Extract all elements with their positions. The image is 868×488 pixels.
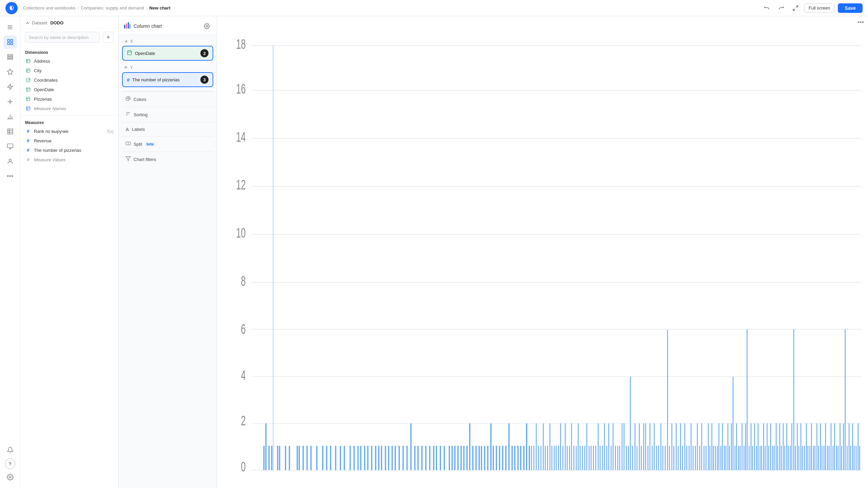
- sidebar-item-city[interactable]: City: [20, 66, 118, 75]
- bar-46: [440, 446, 441, 470]
- breadcrumb-item-1[interactable]: Collections and workbooks: [23, 5, 76, 11]
- y-field-pill[interactable]: # The number of pizzerias 3: [122, 72, 213, 87]
- dataset-toggle[interactable]: Dataset: DODO: [25, 20, 63, 25]
- bar-174: [744, 446, 744, 470]
- nav-person-icon[interactable]: [3, 155, 17, 168]
- bar-61: [487, 446, 488, 470]
- sidebar-item-revenue[interactable]: # Revenue: [20, 136, 118, 145]
- redo-button[interactable]: [776, 3, 787, 14]
- bar-123: [636, 446, 637, 470]
- breadcrumb: Collections and workbooks / Companies: s…: [23, 5, 170, 11]
- svg-rect-32: [26, 69, 30, 73]
- sidebar-item-coordinates[interactable]: Coordinates: [20, 75, 118, 85]
- sidebar-item-measure-names[interactable]: Measure Names: [20, 104, 118, 113]
- labels-section[interactable]: A Labels: [122, 122, 213, 136]
- bar-155: [708, 423, 709, 470]
- bar-127: [645, 423, 646, 470]
- nav-barchart-icon[interactable]: [3, 110, 17, 123]
- chart-filters-section[interactable]: Chart filters: [122, 151, 213, 167]
- nav-star-icon[interactable]: [3, 65, 17, 79]
- svg-rect-4: [7, 43, 9, 45]
- sorting-section[interactable]: Sorting: [122, 107, 213, 122]
- undo-button[interactable]: [762, 3, 772, 14]
- svg-rect-48: [130, 24, 130, 28]
- nav-monitor-icon[interactable]: [3, 140, 17, 153]
- chart-type-icon: [123, 22, 131, 31]
- bar-29: [378, 446, 379, 470]
- bar-tall-1: [630, 377, 631, 470]
- nav-connections-icon[interactable]: [3, 95, 17, 108]
- bar-214: [818, 446, 819, 470]
- bar-230: [849, 423, 849, 470]
- sidebar-item-measure-values[interactable]: # Measure Values: [20, 155, 118, 164]
- colors-label: Colors: [134, 97, 146, 102]
- nav-settings-icon[interactable]: [3, 470, 17, 484]
- measures-title: Measures: [20, 118, 118, 126]
- bar-166: [728, 423, 728, 470]
- bar-71: [517, 446, 518, 470]
- bar-95: [573, 446, 574, 470]
- nav-bell-icon[interactable]: [3, 443, 17, 457]
- bar-182: [760, 446, 761, 470]
- split-label: Split: [134, 142, 142, 147]
- sidebar-item-address[interactable]: Address: [20, 56, 118, 66]
- x-field-pill[interactable]: OpenDate 2: [122, 46, 213, 61]
- breadcrumb-item-2[interactable]: Companies: supply and demand: [81, 5, 144, 11]
- nav-layers-icon[interactable]: [3, 35, 17, 49]
- bar-190: [774, 446, 774, 470]
- nav-more-icon[interactable]: •••: [3, 169, 17, 183]
- nav-bolt-icon[interactable]: [3, 80, 17, 94]
- bar-232: [852, 423, 853, 470]
- bar-84: [550, 423, 550, 470]
- add-dimension-button[interactable]: +: [103, 32, 114, 43]
- bar-4: [271, 446, 272, 470]
- measure-values-label: Measure Values: [34, 157, 65, 162]
- bar-145: [686, 446, 687, 470]
- search-input[interactable]: [25, 32, 100, 43]
- bar-17: [330, 446, 331, 470]
- fullscreen-button[interactable]: Full screen: [804, 3, 835, 13]
- bar-32: [388, 446, 389, 470]
- colors-section[interactable]: Colors: [122, 92, 213, 107]
- bar-36: [402, 446, 403, 470]
- svg-rect-6: [7, 55, 13, 56]
- bar-141: [678, 446, 678, 470]
- bar-135: [663, 446, 663, 470]
- x-label-2020: 2020: [742, 477, 761, 478]
- sidebar-header: Dataset: DODO: [20, 16, 118, 28]
- sidebar-item-pizzerias[interactable]: Pizzerias: [20, 94, 118, 104]
- split-section[interactable]: Split beta: [122, 136, 213, 151]
- sidebar-item-opendate[interactable]: OpenDate: [20, 85, 118, 94]
- bar-27: [371, 446, 372, 470]
- topbar: Collections and workbooks / Companies: s…: [0, 0, 868, 16]
- bar-175: [745, 423, 746, 470]
- bar-167: [729, 446, 730, 470]
- expand-button[interactable]: [790, 3, 801, 14]
- bar-100: [585, 446, 585, 470]
- bar-138: [671, 423, 672, 470]
- x-axis-label: X: [122, 39, 213, 44]
- save-button[interactable]: Save: [838, 3, 863, 13]
- nav-grid-icon[interactable]: ⊞: [3, 20, 17, 34]
- nav-help-icon[interactable]: ?: [5, 458, 16, 469]
- bar-3: [269, 446, 270, 470]
- chart-type-label: Column chart: [134, 23, 199, 29]
- y-label-14: 14: [236, 129, 245, 144]
- bar-143: [682, 446, 683, 470]
- sidebar-item-rank[interactable]: # Rank по выручке f(x): [20, 126, 118, 136]
- bar-169: [735, 446, 735, 470]
- dataset-label: Dataset:: [32, 20, 48, 25]
- bar-152: [701, 423, 702, 470]
- bar-136: [665, 446, 666, 470]
- nav-collections-icon[interactable]: [3, 50, 17, 64]
- bar-181: [758, 423, 758, 470]
- bar-76: [531, 446, 532, 470]
- bar-35: [399, 446, 400, 470]
- nav-table-icon[interactable]: [3, 125, 17, 138]
- bar-70: [514, 446, 515, 470]
- chart-more-button[interactable]: •••: [857, 19, 864, 26]
- sidebar-item-num-pizzerias[interactable]: # The number of pizzerias: [20, 145, 118, 155]
- svg-rect-42: [26, 107, 30, 110]
- bar-116: [619, 446, 620, 470]
- config-settings-button[interactable]: [202, 21, 212, 31]
